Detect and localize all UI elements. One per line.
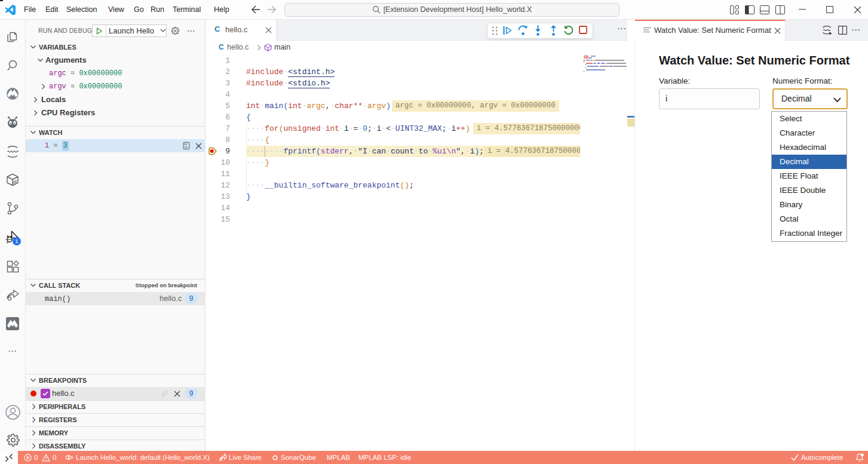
svg-text:10: 10 [185, 146, 188, 149]
svg-text:01: 01 [185, 143, 188, 146]
